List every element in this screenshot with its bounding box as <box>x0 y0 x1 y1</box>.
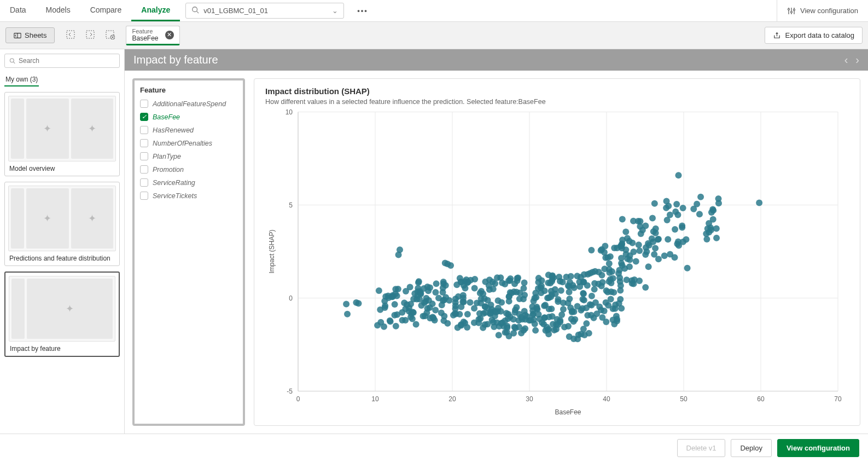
sheet-card[interactable]: ✦✦Model overview <box>4 92 120 176</box>
svg-point-175 <box>471 276 478 282</box>
svg-text:BaseFee: BaseFee <box>555 408 581 416</box>
svg-point-402 <box>580 326 587 332</box>
svg-point-435 <box>603 287 610 294</box>
svg-point-423 <box>601 308 608 314</box>
feature-checkbox-plantype[interactable]: PlanType <box>140 152 237 160</box>
feature-checkbox-servicetickets[interactable]: ServiceTickets <box>140 192 237 200</box>
feature-panel-title: Feature <box>140 86 237 94</box>
selection-chip-feature[interactable]: Feature BaseFee ✕ <box>126 26 179 45</box>
svg-point-465 <box>595 281 602 287</box>
svg-point-79 <box>391 312 398 319</box>
feature-checkbox-hasrenewed[interactable]: HasRenewed <box>140 126 237 134</box>
svg-point-179 <box>471 285 478 292</box>
checkbox-icon <box>140 165 148 174</box>
feature-checkbox-basefee[interactable]: ✓BaseFee <box>140 113 237 121</box>
sheet-search[interactable] <box>4 54 120 68</box>
svg-point-392 <box>581 271 587 278</box>
nav-tab-models[interactable]: Models <box>36 0 80 21</box>
checkbox-icon <box>140 178 148 187</box>
svg-point-136 <box>423 295 429 302</box>
shap-scatter-plot[interactable]: 010203040506070-50510BaseFeeImpact (SHAP… <box>265 106 849 419</box>
svg-point-0 <box>193 7 197 12</box>
svg-point-309 <box>498 308 504 315</box>
svg-point-119 <box>435 295 442 302</box>
svg-point-554 <box>697 194 704 200</box>
svg-text:0: 0 <box>289 294 293 302</box>
svg-point-133 <box>413 321 420 328</box>
model-name: v01_LGBMC_01_01 <box>203 7 268 15</box>
prev-sheet-icon[interactable]: ‹ <box>844 54 848 66</box>
next-sheet-icon[interactable]: › <box>855 54 859 66</box>
svg-text:30: 30 <box>526 395 533 403</box>
svg-point-538 <box>665 236 671 242</box>
svg-point-536 <box>661 252 668 259</box>
svg-point-527 <box>672 226 678 233</box>
svg-point-561 <box>703 236 710 242</box>
deploy-button[interactable]: Deploy <box>731 439 771 457</box>
view-config-label: View configuration <box>800 7 858 15</box>
svg-line-18 <box>14 62 15 63</box>
svg-point-470 <box>617 287 624 293</box>
svg-text:10: 10 <box>371 395 379 403</box>
step-back-icon[interactable] <box>66 30 75 41</box>
view-configuration-button[interactable]: View configuration <box>777 439 859 457</box>
svg-point-314 <box>539 277 545 284</box>
step-forward-icon[interactable] <box>85 30 95 41</box>
chip-close-icon[interactable]: ✕ <box>165 31 174 39</box>
svg-point-281 <box>532 327 539 334</box>
toolbar: Sheets Feature BaseFee ✕ Export data to … <box>0 22 868 49</box>
feature-checkbox-servicerating[interactable]: ServiceRating <box>140 178 237 187</box>
svg-point-543 <box>663 198 670 205</box>
svg-point-108 <box>432 307 439 313</box>
nav-tab-compare[interactable]: Compare <box>80 0 132 21</box>
sheet-card[interactable]: ✦✦Predictions and feature distribution <box>4 182 120 266</box>
svg-text:70: 70 <box>834 395 842 403</box>
svg-point-116 <box>433 280 440 287</box>
svg-point-471 <box>603 299 609 306</box>
svg-text:Impact (SHAP): Impact (SHAP) <box>268 229 276 273</box>
view-configuration-top-button[interactable]: View configuration <box>777 0 868 21</box>
svg-point-399 <box>550 321 556 327</box>
clear-selection-icon[interactable] <box>105 30 115 41</box>
sheets-button[interactable]: Sheets <box>5 27 55 43</box>
feature-checkbox-additionalfeaturespend[interactable]: AdditionalFeatureSpend <box>140 100 237 108</box>
svg-point-393 <box>549 313 556 320</box>
svg-point-531 <box>671 254 678 261</box>
sheet-search-input[interactable] <box>19 57 115 65</box>
svg-point-421 <box>588 247 595 253</box>
svg-rect-11 <box>86 31 94 38</box>
sheet-group-label: My own (3) <box>4 73 39 86</box>
svg-line-1 <box>197 11 199 14</box>
svg-point-345 <box>574 273 580 279</box>
svg-point-462 <box>591 286 598 293</box>
svg-point-195 <box>458 303 464 310</box>
svg-point-6 <box>791 11 793 13</box>
feature-checkbox-numberofpenalties[interactable]: NumberOfPenalties <box>140 139 237 147</box>
shap-chart-panel: Impact distribution (SHAP) How different… <box>254 78 860 426</box>
model-selector[interactable]: v01_LGBMC_01_01 ⌄ <box>185 3 344 19</box>
svg-point-134 <box>410 296 417 302</box>
more-menu-button[interactable]: ••• <box>349 0 376 21</box>
svg-text:-5: -5 <box>287 388 293 395</box>
svg-point-126 <box>427 284 433 291</box>
svg-point-48 <box>355 300 362 307</box>
sheet-card[interactable]: ✦Impact by feature <box>4 272 120 357</box>
svg-point-82 <box>395 251 402 258</box>
sliders-icon <box>787 7 796 15</box>
svg-point-303 <box>533 294 539 301</box>
svg-text:50: 50 <box>680 395 688 403</box>
nav-tab-analyze[interactable]: Analyze <box>131 0 180 21</box>
export-data-button[interactable]: Export data to catalog <box>765 27 863 44</box>
svg-point-137 <box>441 313 447 319</box>
chart-subtitle: How different values in a selected featu… <box>265 98 849 106</box>
svg-text:5: 5 <box>289 201 293 209</box>
nav-tab-data[interactable]: Data <box>0 0 36 21</box>
svg-point-221 <box>485 297 491 303</box>
feature-checkbox-promotion[interactable]: Promotion <box>140 165 237 174</box>
svg-point-507 <box>622 229 629 235</box>
svg-point-534 <box>672 209 679 215</box>
svg-point-472 <box>611 321 617 327</box>
svg-point-212 <box>458 321 464 328</box>
svg-point-298 <box>528 317 534 324</box>
svg-point-515 <box>630 280 637 287</box>
